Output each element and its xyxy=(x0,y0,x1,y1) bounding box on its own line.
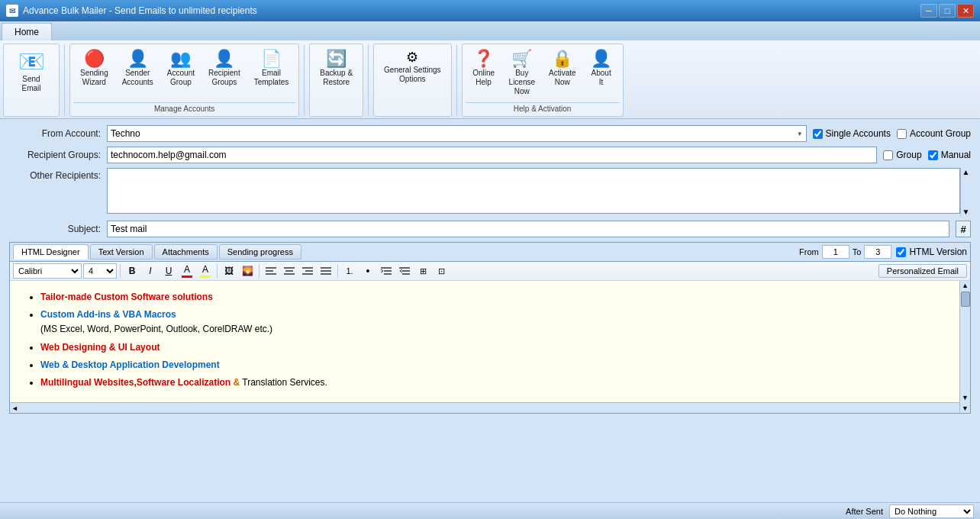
email-templates-button[interactable]: 📄 EmailTemplates xyxy=(249,47,295,90)
ribbon-content: 📧 SendEmail 🔴 SendingWizard 👤 SenderAcco… xyxy=(0,40,980,118)
activate-now-button[interactable]: 🔒 ActivateNow xyxy=(543,47,582,90)
ribbon-group-backup: 🔄 Backup &Restore xyxy=(309,44,363,117)
html-version-checkbox[interactable] xyxy=(896,247,906,257)
about-it-button[interactable]: 👤 AboutIt xyxy=(585,47,618,90)
editor-tabs-left: HTML Designer Text Version Attachments S… xyxy=(13,244,301,260)
single-accounts-group: Single Accounts xyxy=(813,128,891,139)
editor-scroll-area: Tailor-made Custom Software solutions Cu… xyxy=(10,281,970,413)
from-account-label: From Account: xyxy=(9,128,101,139)
table-button[interactable]: ⊞ xyxy=(414,263,431,279)
font-size-select[interactable]: 4 xyxy=(83,263,117,279)
editor-hscrollbar[interactable]: ◄ ► xyxy=(10,402,970,413)
titlebar-controls[interactable]: ─ □ ✕ xyxy=(920,4,974,18)
align-center-button[interactable] xyxy=(281,263,298,279)
to-label: To xyxy=(853,247,862,256)
toolbar-sep3 xyxy=(259,264,260,278)
align-justify-button[interactable] xyxy=(318,263,334,279)
group-checkbox[interactable] xyxy=(883,150,893,160)
buy-license-button[interactable]: 🛒 BuyLicenseNow xyxy=(504,47,540,99)
personalized-email-button[interactable]: Personalized Email xyxy=(878,264,967,278)
item5-part3: Translation Services. xyxy=(240,377,327,388)
manual-label: Manual xyxy=(941,150,971,160)
account-group-checkbox-label: Account Group xyxy=(910,128,971,139)
close-button[interactable]: ✕ xyxy=(957,4,974,18)
backup-restore-button[interactable]: 🔄 Backup &Restore xyxy=(314,47,358,90)
editor-scroll-down2[interactable]: ▼ xyxy=(960,404,970,413)
recipient-groups-input[interactable]: technocom.help@gmail.com xyxy=(107,147,877,163)
highlight-icon: A xyxy=(200,264,211,278)
toolbar-sep4 xyxy=(337,264,338,278)
list-item-3: Web Designing & UI Layout xyxy=(40,340,955,355)
list-item-2: Custom Add-ins & VBA Macros (MS Excel, W… xyxy=(40,308,955,337)
titlebar-title: Advance Bulk Mailer - Send Emails to unl… xyxy=(23,5,257,16)
tab-attachments[interactable]: Attachments xyxy=(154,244,218,260)
ordered-list-button[interactable]: 1. xyxy=(341,263,358,279)
recipient-groups-row: Recipient Groups: technocom.help@gmail.c… xyxy=(9,147,971,163)
send-email-button[interactable]: 📧 SendEmail xyxy=(8,47,54,97)
sender-accounts-button[interactable]: 👤 SenderAccounts xyxy=(117,47,159,90)
ribbon-group-options: ⚙ General SettingsOptions xyxy=(373,44,452,117)
indent-button[interactable] xyxy=(378,263,395,279)
insert-image-button[interactable]: 🌄 xyxy=(239,263,256,279)
other-recipients-wrapper: ▲ ▼ xyxy=(107,168,971,216)
image-placeholder-button[interactable]: 🖼 xyxy=(221,263,237,279)
to-input[interactable]: 3 xyxy=(864,245,891,259)
editor-scroll-thumb xyxy=(961,292,970,307)
manual-checkbox[interactable] xyxy=(928,150,938,160)
italic-button[interactable]: I xyxy=(142,263,159,279)
sender-accounts-label: SenderAccounts xyxy=(122,69,153,87)
subject-row: Subject: Test mail # xyxy=(9,221,971,237)
editor-scroll-up[interactable]: ▲ xyxy=(960,281,970,290)
editor-body[interactable]: Tailor-made Custom Software solutions Cu… xyxy=(10,281,970,402)
font-color-button[interactable]: A xyxy=(179,263,195,279)
manage-accounts-items: 🔴 SendingWizard 👤 SenderAccounts 👥 Accou… xyxy=(73,46,295,101)
align-center-icon xyxy=(284,266,295,276)
minimize-button[interactable]: ─ xyxy=(920,4,937,18)
account-group-button[interactable]: 👥 AccountGroup xyxy=(162,47,200,90)
about-it-label: AboutIt xyxy=(592,69,611,87)
bold-button[interactable]: B xyxy=(124,263,140,279)
general-settings-label: General SettingsOptions xyxy=(384,66,441,84)
from-input[interactable]: 1 xyxy=(822,245,849,259)
single-accounts-checkbox[interactable] xyxy=(813,129,823,139)
recipient-groups-button[interactable]: 👤 RecipientGroups xyxy=(203,47,246,90)
ribbon-group-manage-accounts: 🔴 SendingWizard 👤 SenderAccounts 👥 Accou… xyxy=(69,44,299,117)
underline-button[interactable]: U xyxy=(160,263,177,279)
general-settings-button[interactable]: ⚙ General SettingsOptions xyxy=(379,47,446,87)
online-help-button[interactable]: ❓ OnlineHelp xyxy=(467,47,501,90)
toolbar-sep2 xyxy=(217,264,218,278)
item4-text: Web & Desktop Application Development xyxy=(40,359,220,370)
font-select[interactable]: Calibri xyxy=(13,263,82,279)
item2-subtext: (MS Excel, Word, PowerPoint, Outlook, Co… xyxy=(40,324,272,334)
hscroll-left[interactable]: ◄ xyxy=(10,405,20,412)
other-recipients-scrollbar[interactable]: ▲ ▼ xyxy=(960,168,971,216)
scrollbar-down-btn[interactable]: ▼ xyxy=(961,208,971,216)
ribbon-tab-home[interactable]: Home xyxy=(2,23,52,40)
highlight-button[interactable]: A xyxy=(197,263,214,279)
align-right-button[interactable] xyxy=(299,263,316,279)
scrollbar-up-btn[interactable]: ▲ xyxy=(961,168,971,176)
account-group-checkbox[interactable] xyxy=(897,129,907,139)
from-account-wrapper[interactable]: Techno ▼ Techno xyxy=(107,125,807,142)
editor-scrollbar[interactable]: ▲ ▼ ▼ xyxy=(959,281,970,413)
unordered-list-button[interactable]: • xyxy=(359,263,376,279)
sep3 xyxy=(368,45,369,115)
tab-html-designer[interactable]: HTML Designer xyxy=(13,244,89,260)
recipient-groups-label: Recipient Groups: xyxy=(9,150,101,160)
tab-text-version[interactable]: Text Version xyxy=(90,244,153,260)
subject-label: Subject: xyxy=(9,224,101,234)
email-templates-icon: 📄 xyxy=(261,50,282,67)
item2-text: Custom Add-ins & VBA Macros xyxy=(40,309,176,320)
options-items: ⚙ General SettingsOptions xyxy=(377,46,448,102)
main-content: From Account: Techno ▼ Techno Single Acc… xyxy=(0,119,980,420)
other-recipients-textarea[interactable] xyxy=(107,168,960,214)
maximize-button[interactable]: □ xyxy=(939,4,956,18)
special-button[interactable]: ⊡ xyxy=(433,263,450,279)
editor-scroll-down[interactable]: ▼ xyxy=(960,393,970,402)
sending-wizard-button[interactable]: 🔴 SendingWizard xyxy=(75,47,114,90)
align-left-button[interactable] xyxy=(263,263,279,279)
tab-sending-progress[interactable]: Sending progress xyxy=(219,244,301,260)
hash-button[interactable]: # xyxy=(956,221,971,237)
outdent-button[interactable] xyxy=(396,263,413,279)
subject-input[interactable]: Test mail xyxy=(107,221,949,237)
